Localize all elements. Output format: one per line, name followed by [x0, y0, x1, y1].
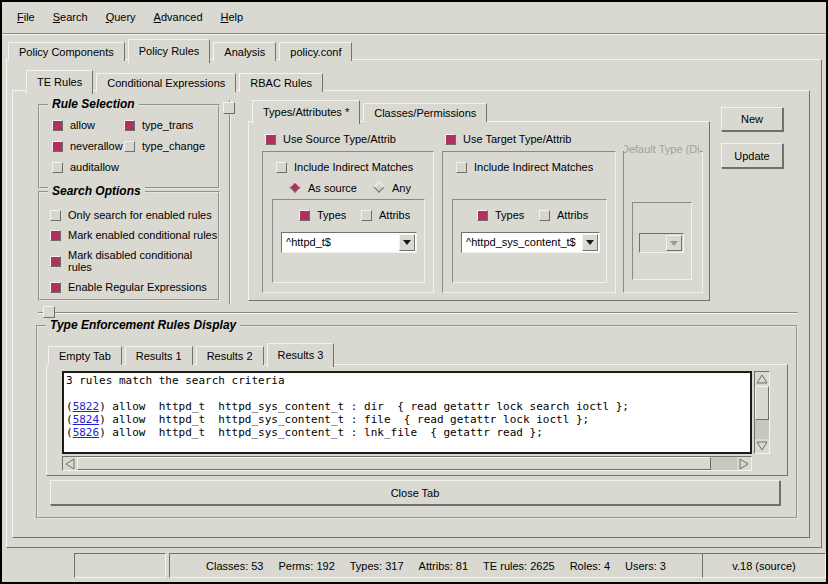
radio-label: As source — [308, 182, 357, 194]
source-indirect-checkbox[interactable]: Include Indirect Matches — [276, 161, 413, 173]
checkbox-type-trans[interactable]: type_trans — [124, 119, 218, 131]
any-radio[interactable]: Any — [373, 181, 411, 194]
version-label: v.18 (source) — [732, 560, 795, 572]
tab-rbac-rules[interactable]: RBAC Rules — [239, 73, 323, 92]
arrow-down-icon — [756, 441, 768, 451]
tab-conditional-expressions[interactable]: Conditional Expressions — [96, 73, 236, 92]
tab-results-1[interactable]: Results 1 — [125, 346, 193, 365]
scrollbar-thumb[interactable] — [755, 386, 769, 420]
checkbox-enable-regular-expressions[interactable]: Enable Regular Expressions — [50, 281, 218, 293]
paren: ) — [99, 400, 106, 413]
tab-te-rules[interactable]: TE Rules — [26, 70, 93, 94]
checkbox-allow[interactable]: allow — [52, 119, 124, 131]
new-button[interactable]: New — [721, 107, 783, 131]
scrollbar-trough[interactable] — [77, 457, 737, 470]
checkbox-mark-disabled-conditional-rules[interactable]: Mark disabled conditional rules — [50, 249, 218, 273]
target-types-frame: Types Attribs ^httpd_sys_content_t$ — [452, 199, 607, 283]
apol-window: FileSearchQueryAdvancedHelp Policy Compo… — [0, 0, 828, 584]
results-vertical-scrollbar[interactable] — [754, 371, 770, 454]
use-source-type-checkbox[interactable]: Use Source Type/Attrib — [265, 133, 396, 145]
tab-types-attributes[interactable]: Types/Attributes * — [252, 100, 360, 124]
scroll-right-button[interactable] — [737, 457, 751, 470]
as-source-radio[interactable]: As source — [289, 181, 357, 194]
scroll-down-button[interactable] — [755, 439, 769, 453]
rule-tab-bar: TE RulesConditional ExpressionsRBAC Rule… — [26, 70, 326, 92]
target-types-checkbox[interactable]: Types — [477, 209, 524, 221]
results-horizontal-scrollbar[interactable] — [62, 456, 752, 471]
rule-id-link[interactable]: 5826 — [73, 426, 100, 439]
checkbox-indicator — [124, 120, 135, 131]
tab-policy-conf[interactable]: policy.conf — [279, 42, 352, 61]
tab-classes-permissions[interactable]: Classes/Permissions — [363, 103, 487, 122]
source-attribs-checkbox[interactable]: Attribs — [361, 209, 410, 221]
checkbox-label: Mark enabled conditional rules — [68, 229, 217, 241]
rule-id-link[interactable]: 5822 — [73, 400, 100, 413]
rule-id-link[interactable]: 5824 — [73, 413, 100, 426]
checkbox-auditallow[interactable]: auditallow — [52, 161, 124, 173]
scroll-up-button[interactable] — [755, 372, 769, 386]
horizontal-sash-handle[interactable] — [43, 306, 55, 318]
menu-help[interactable]: Help — [212, 8, 253, 26]
target-attribs-checkbox[interactable]: Attribs — [539, 209, 588, 221]
checkbox-indicator — [124, 141, 135, 152]
menu-query[interactable]: Query — [97, 8, 145, 26]
target-indirect-checkbox[interactable]: Include Indirect Matches — [456, 161, 593, 173]
menu-file[interactable]: File — [8, 8, 44, 26]
rule-text: allow httpd_t httpd_sys_content_t : dir … — [106, 400, 629, 413]
menu-search[interactable]: Search — [44, 8, 97, 26]
results-text-area[interactable]: 3 rules match the search criteria (5822)… — [62, 371, 752, 454]
checkbox-label: Include Indirect Matches — [294, 161, 413, 173]
checkbox-indicator — [52, 162, 63, 173]
checkbox-mark-enabled-conditional-rules[interactable]: Mark enabled conditional rules — [50, 229, 218, 241]
stat-types: Types: 317 — [350, 560, 404, 572]
default-type-inner-frame — [632, 202, 692, 280]
tab-results-3[interactable]: Results 3 — [267, 343, 335, 367]
scrollbar-thumb[interactable] — [77, 457, 711, 470]
arrow-left-icon — [65, 458, 75, 470]
types-attributes-tab-bar: Types/Attributes *Classes/Permissions — [252, 100, 490, 122]
checkbox-label: type_change — [142, 140, 205, 152]
tab-policy-rules[interactable]: Policy Rules — [128, 39, 211, 63]
scroll-left-button[interactable] — [63, 457, 77, 470]
tab-analysis[interactable]: Analysis — [213, 42, 276, 61]
horizontal-sash — [38, 312, 798, 314]
checkbox-neverallow[interactable]: neverallow — [52, 140, 124, 152]
vertical-sash — [229, 100, 231, 304]
combobox-dropdown-button — [666, 235, 682, 251]
checkbox-indicator — [50, 210, 61, 221]
checkbox-only-search-for-enabled-rules[interactable]: Only search for enabled rules — [50, 209, 218, 221]
close-tab-button[interactable]: Close Tab — [50, 480, 780, 505]
source-types-checkbox[interactable]: Types — [299, 209, 346, 221]
tab-empty-tab[interactable]: Empty Tab — [48, 346, 122, 365]
checkbox-indicator — [445, 134, 456, 145]
vertical-sash-handle[interactable] — [223, 102, 235, 114]
target-type-combobox[interactable]: ^httpd_sys_content_t$ — [461, 232, 600, 253]
combobox-dropdown-button[interactable] — [582, 234, 598, 251]
chevron-down-icon — [670, 241, 678, 246]
stat-te-rules: TE rules: 2625 — [483, 560, 555, 572]
tab-policy-components[interactable]: Policy Components — [8, 42, 125, 61]
combobox-dropdown-button[interactable] — [399, 234, 415, 251]
checkbox-indicator — [50, 256, 61, 267]
checkbox-label: Only search for enabled rules — [68, 209, 212, 221]
stat-users: Users: 3 — [625, 560, 666, 572]
combobox-value: ^httpd_sys_content_t$ — [462, 233, 581, 252]
checkbox-indicator — [456, 162, 467, 173]
status-version: v.18 (source) — [702, 553, 826, 578]
menu-separator — [2, 33, 826, 35]
source-type-combobox[interactable]: ^httpd_t$ — [281, 232, 417, 253]
checkbox-type-change[interactable]: type_change — [124, 140, 218, 152]
checkbox-label: auditallow — [70, 161, 119, 173]
scrollbar-trough[interactable] — [755, 386, 769, 439]
paren: ( — [66, 400, 73, 413]
status-stats: Classes: 53Perms: 192Types: 317Attribs: … — [169, 553, 703, 578]
use-target-type-checkbox[interactable]: Use Target Type/Attrib — [445, 133, 571, 145]
source-types-frame: Types Attribs ^httpd_t$ — [272, 199, 425, 283]
paren: ( — [66, 426, 73, 439]
stat-perms: Perms: 192 — [279, 560, 335, 572]
checkbox-label: neverallow — [70, 140, 123, 152]
menu-advanced[interactable]: Advanced — [145, 8, 212, 26]
rule-selection-checkbox-group: allowtype_transneverallowtype_changeaudi… — [40, 106, 218, 173]
update-button[interactable]: Update — [721, 143, 783, 168]
tab-results-2[interactable]: Results 2 — [196, 346, 264, 365]
